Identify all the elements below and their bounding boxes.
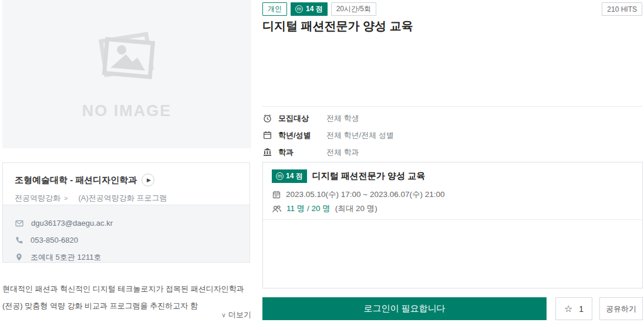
info-row-department: 학과 전체 학과 xyxy=(262,144,394,161)
info-label: 모집대상 xyxy=(278,113,326,124)
info-row-grade-gender: 학년/성별 전체 학년/전체 성별 xyxy=(262,127,394,144)
course-capacity-row: 11 명 / 20 명 (최대 20 명) xyxy=(272,202,633,216)
location-pin-icon xyxy=(15,253,23,262)
contact-section: dgu36173@daegu.ac.kr 053-850-6820 조예대 5호… xyxy=(3,205,249,262)
favorite-button[interactable]: ☆ 1 xyxy=(555,297,592,320)
program-type-label: (A)전공역량강화 프로그램 xyxy=(78,193,167,203)
chevron-right-icon: > xyxy=(64,195,68,202)
people-icon xyxy=(272,204,282,214)
personal-badge: 개인 xyxy=(262,2,287,16)
course-card-body xyxy=(263,219,642,288)
program-detail-page: NO IMAGE 조형예술대학 - 패션디자인학과 ▶ 전공역량강화 > (A)… xyxy=(0,0,644,326)
info-value: 전체 학년/전체 성별 xyxy=(326,130,394,141)
course-date: 2023.05.10(수) 17:00 ~ 2023.06.07(수) 21:0… xyxy=(286,189,445,200)
location-value: 조예대 5호관 1211호 xyxy=(31,252,101,263)
course-title: 디지털 패션전문가 양성 교육 xyxy=(312,171,426,182)
login-required-button[interactable]: 로그인이 필요합니다 xyxy=(262,297,547,320)
star-icon: ☆ xyxy=(564,304,572,314)
mileage-icon: m xyxy=(295,5,303,13)
play-button[interactable]: ▶ xyxy=(141,174,154,186)
photo-icon xyxy=(92,28,162,87)
bank-icon xyxy=(262,147,272,157)
phone-value: 053-850-6820 xyxy=(31,236,78,244)
no-image-placeholder: NO IMAGE xyxy=(2,0,251,148)
hours-badge: 20시간/5회 xyxy=(331,2,376,16)
divider xyxy=(262,106,642,107)
points-badge: m 14 점 xyxy=(291,2,328,16)
enrolled-count: 11 명 / 20 명 xyxy=(286,203,331,214)
info-value: 전체 학생 xyxy=(326,113,359,124)
calendar-icon xyxy=(272,190,281,199)
contact-location-row: 조예대 5호관 1211호 xyxy=(15,249,238,266)
no-image-label: NO IMAGE xyxy=(82,102,172,120)
alarm-clock-icon xyxy=(262,113,272,123)
info-row-target: 모집대상 전체 학생 xyxy=(262,110,394,127)
program-info-list: 모집대상 전체 학생 학년/성별 전체 학년/전체 성별 학과 전체 학과 xyxy=(262,110,394,161)
calendar-icon xyxy=(262,130,272,140)
course-points-badge: m 14 점 xyxy=(272,169,307,183)
info-label: 학년/성별 xyxy=(278,130,326,141)
course-session-card: m 14 점 디지털 패션전문가 양성 교육 2023.05.10(수) 17:… xyxy=(262,162,643,288)
favorite-count: 1 xyxy=(579,304,584,314)
phone-icon xyxy=(15,236,23,244)
department-card: 조형예술대학 - 패션디자인학과 ▶ 전공역량강화 > (A)전공역량강화 프로… xyxy=(2,162,250,263)
contact-email-row: dgu36173@daegu.ac.kr xyxy=(15,215,238,232)
share-button[interactable]: 공유하기 xyxy=(599,297,643,320)
category-label: 전공역량강화 xyxy=(15,193,60,203)
email-value: dgu36173@daegu.ac.kr xyxy=(31,219,113,227)
department-title: 조형예술대학 - 패션디자인학과 xyxy=(15,175,137,186)
mail-icon xyxy=(15,219,24,228)
max-capacity: (최대 20 명) xyxy=(335,203,377,214)
badge-row: 개인 m 14 점 20시간/5회 xyxy=(262,2,376,16)
contact-phone-row: 053-850-6820 xyxy=(15,232,238,249)
chevron-down-icon: ∨ xyxy=(221,311,226,318)
course-date-row: 2023.05.10(수) 17:00 ~ 2023.06.07(수) 21:0… xyxy=(272,188,633,202)
more-button[interactable]: ∨더보기 xyxy=(2,310,251,320)
info-value: 전체 학과 xyxy=(326,147,359,158)
mileage-icon: m xyxy=(276,172,284,180)
hits-badge: 210 HITS xyxy=(602,2,642,16)
info-label: 학과 xyxy=(278,147,326,158)
page-title: 디지털 패션전문가 양성 교육 xyxy=(262,18,413,34)
